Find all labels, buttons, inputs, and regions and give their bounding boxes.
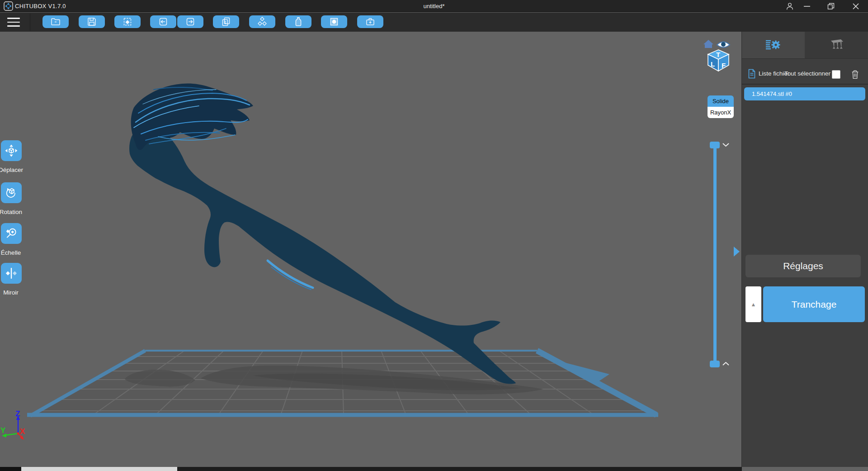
tab-supports[interactable] bbox=[805, 32, 868, 58]
undo-icon bbox=[158, 16, 169, 27]
undo-button[interactable] bbox=[150, 15, 176, 28]
file-name: 1.541474.stl #0 bbox=[752, 90, 792, 97]
file-list-item[interactable]: 1.541474.stl #0 bbox=[744, 87, 865, 100]
cube-top-label: T bbox=[716, 51, 720, 58]
move-tool-button[interactable] bbox=[1, 140, 22, 161]
dig-hole-icon bbox=[329, 16, 340, 27]
bottom-strip-left bbox=[0, 467, 21, 471]
close-button[interactable] bbox=[849, 1, 863, 11]
slice-options-arrow-button[interactable]: ▲ bbox=[745, 286, 761, 322]
screenshot-button[interactable] bbox=[114, 15, 141, 28]
axis-y-label: Y bbox=[0, 426, 6, 435]
user-account-icon[interactable] bbox=[783, 1, 797, 11]
panel-collapse-arrow[interactable] bbox=[734, 247, 740, 257]
repair-icon bbox=[365, 16, 376, 27]
document-title: untitled* bbox=[424, 3, 445, 10]
mirror-icon bbox=[5, 267, 18, 280]
slice-settings-icon bbox=[764, 38, 783, 53]
open-folder-icon bbox=[50, 16, 61, 27]
eye-visibility-icon[interactable] bbox=[717, 42, 730, 48]
restore-button[interactable] bbox=[824, 1, 838, 11]
scale-tool-button[interactable] bbox=[1, 223, 22, 244]
rotate-tool-label: Rotation bbox=[0, 209, 24, 215]
viewport-3d: Z Y X bbox=[0, 32, 742, 467]
redo-button[interactable] bbox=[177, 15, 203, 28]
file-document-icon bbox=[748, 69, 756, 79]
cube-front-label: F bbox=[722, 62, 726, 69]
view-cube[interactable]: T L F bbox=[702, 37, 735, 71]
file-list-separator bbox=[742, 84, 868, 85]
cube-left-label: L bbox=[711, 60, 715, 68]
app-logo-icon bbox=[4, 1, 13, 11]
rotate-tool-button[interactable] bbox=[1, 182, 22, 203]
layer-slider-top-handle[interactable] bbox=[710, 142, 720, 148]
right-panel: Liste fichier Tout sélectionner 1.541474… bbox=[742, 32, 868, 467]
dig-hole-button[interactable] bbox=[321, 15, 347, 28]
open-file-button[interactable] bbox=[42, 15, 69, 28]
settings-button[interactable]: Réglages bbox=[745, 255, 861, 277]
slice-button[interactable]: Tranchage bbox=[763, 286, 865, 322]
axis-indicator: Z Y X bbox=[0, 409, 25, 440]
scale-tool-label: Échelle bbox=[0, 249, 24, 256]
chevron-up-icon[interactable] bbox=[722, 361, 730, 366]
tab-slice-settings[interactable] bbox=[742, 32, 805, 58]
select-all-checkbox[interactable] bbox=[832, 70, 840, 79]
mirror-tool-label: Miroir bbox=[0, 289, 24, 296]
view-mode-xray-button[interactable]: RayonX bbox=[708, 107, 734, 118]
supports-icon bbox=[828, 38, 844, 52]
rotate-icon bbox=[5, 186, 18, 199]
menu-hamburger-button[interactable] bbox=[6, 16, 21, 28]
home-view-icon[interactable] bbox=[703, 40, 713, 48]
select-all-label: Tout sélectionner bbox=[784, 70, 830, 77]
mirror-tool-button[interactable] bbox=[1, 263, 22, 284]
axis-z-label: Z bbox=[15, 409, 20, 418]
resin-bottle-icon bbox=[293, 16, 304, 27]
redo-icon bbox=[185, 16, 196, 27]
layer-slider-bottom-handle[interactable] bbox=[710, 361, 720, 367]
screenshot-icon bbox=[122, 16, 133, 27]
copy-icon bbox=[221, 16, 231, 27]
delete-trash-icon[interactable] bbox=[851, 70, 859, 79]
minimize-button[interactable] bbox=[800, 1, 814, 11]
titlebar: CHITUBOX V1.7.0 untitled* bbox=[0, 0, 868, 12]
file-list-header: Liste fichier Tout sélectionner bbox=[742, 67, 868, 81]
scale-icon bbox=[5, 227, 18, 240]
main-toolbar bbox=[0, 13, 868, 32]
move-tool-label: Déplacer bbox=[0, 167, 24, 173]
chitubox-window: CHITUBOX V1.7.0 untitled* bbox=[0, 0, 868, 471]
hollow-button[interactable] bbox=[249, 15, 275, 28]
toolbar-divider bbox=[30, 14, 30, 31]
hollow-icon bbox=[257, 16, 268, 27]
app-title: CHITUBOX V1.7.0 bbox=[15, 3, 66, 10]
up-arrow-icon: ▲ bbox=[751, 301, 756, 308]
layer-slider-track[interactable] bbox=[713, 147, 717, 362]
bottom-strip-right bbox=[177, 467, 742, 471]
axis-x-label: X bbox=[20, 427, 25, 436]
view-mode-solid-button[interactable]: Solide bbox=[708, 95, 734, 107]
repair-button[interactable] bbox=[357, 15, 383, 28]
model-3d[interactable] bbox=[129, 84, 516, 384]
tabs-underline bbox=[742, 58, 868, 59]
save-icon bbox=[86, 16, 97, 27]
chevron-down-icon[interactable] bbox=[722, 142, 730, 147]
bottom-strip-thumb bbox=[21, 467, 177, 471]
resin-bottle-button[interactable] bbox=[285, 15, 311, 28]
copy-button[interactable] bbox=[213, 15, 239, 28]
save-button[interactable] bbox=[79, 15, 105, 28]
move-icon bbox=[5, 144, 18, 157]
build-plate bbox=[27, 351, 658, 416]
